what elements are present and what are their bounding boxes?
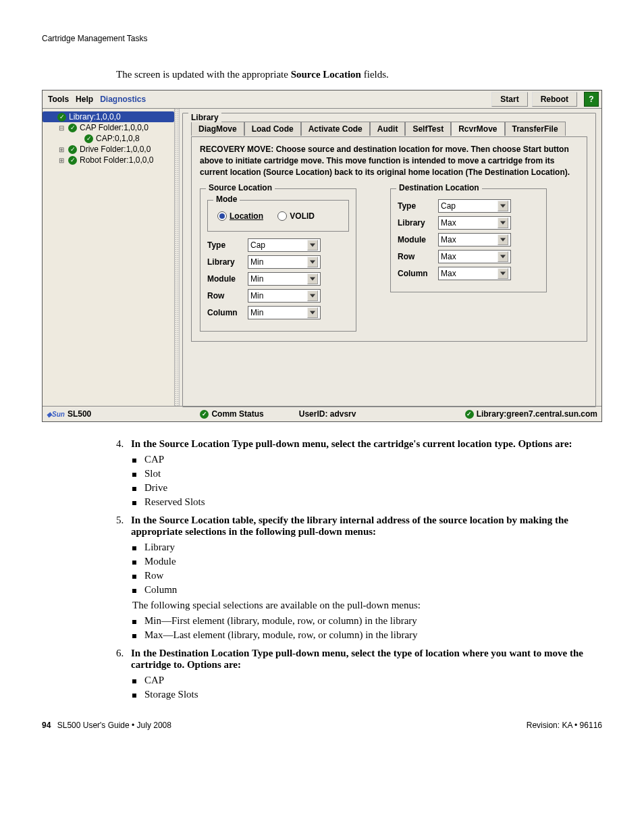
tree-label: CAP:0,1,0,8	[96, 134, 140, 143]
bullet-item: Max—Last element (library, module, row, …	[132, 629, 602, 641]
bullet-item: Module	[132, 556, 602, 567]
bullet-item: Slot	[132, 468, 602, 479]
tree-node[interactable]: ⊟ ✓ CAP Folder:1,0,0,0	[43, 122, 174, 133]
tree-node[interactable]: ⊞ ✓ Robot Folder:1,0,0,0	[43, 155, 174, 165]
dest-column-select[interactable]: Max	[438, 267, 511, 280]
tab-load-code[interactable]: Load Code	[244, 122, 301, 136]
source-module-select[interactable]: Min	[248, 272, 321, 286]
destination-legend: Destination Location	[396, 183, 482, 192]
chevron-down-icon[interactable]	[307, 290, 318, 301]
source-column-select[interactable]: Min	[248, 306, 321, 319]
tree-label: Robot Folder:1,0,0,0	[80, 155, 153, 165]
menu-help[interactable]: Help	[76, 95, 93, 104]
reboot-button[interactable]: Reboot	[532, 92, 577, 107]
tab-bar: DiagMoveLoad CodeActivate CodeAuditSelfT…	[191, 120, 587, 137]
step-number: 5.	[116, 515, 131, 538]
bullet-item: Column	[132, 584, 602, 596]
step-text: In the Source Location table, specify th…	[131, 515, 602, 538]
bullet-item: CAP	[132, 454, 602, 465]
chevron-down-icon[interactable]	[307, 240, 318, 251]
dest-module-label: Module	[398, 235, 433, 244]
tree-node[interactable]: ✓ CAP:0,1,0,8	[43, 133, 174, 144]
destination-location-group: Destination Location Type Cap Library Ma…	[390, 188, 547, 292]
instruction-text: RECOVERY MOVE: Choose source and destina…	[200, 144, 579, 178]
tab-activate-code[interactable]: Activate Code	[301, 122, 370, 136]
tab-audit[interactable]: Audit	[370, 122, 406, 136]
dest-row-select[interactable]: Max	[438, 250, 511, 263]
step: 6. In the Destination Location Type pull…	[116, 648, 602, 671]
check-icon: ✓	[465, 410, 474, 419]
chevron-down-icon[interactable]	[498, 201, 508, 211]
combo-value: Min	[250, 257, 263, 267]
main-panel: Library DiagMoveLoad CodeActivate CodeAu…	[180, 109, 601, 406]
tree-twist-icon[interactable]: ⊞	[57, 146, 65, 153]
source-type-label: Type	[207, 240, 242, 250]
dest-type-select[interactable]: Cap	[438, 199, 511, 213]
check-icon: ✓	[68, 124, 77, 132]
mode-group: Mode Location VOLID	[207, 200, 349, 232]
footer-revision: Revision: KA • 96116	[527, 721, 602, 730]
library-frame-legend: Library	[188, 113, 221, 122]
check-icon: ✓	[57, 113, 66, 122]
rcvrmove-panel: RECOVERY MOVE: Choose source and destina…	[191, 136, 587, 342]
source-location-group: Source Location Mode Location VOLID	[200, 188, 356, 332]
caption-bold: Source Location	[291, 69, 361, 80]
dest-library-select[interactable]: Max	[438, 216, 511, 230]
menu-tools[interactable]: Tools	[48, 95, 69, 104]
source-row-label: Row	[207, 291, 242, 301]
chevron-down-icon[interactable]	[498, 268, 508, 279]
chevron-down-icon[interactable]	[307, 273, 318, 284]
chevron-down-icon[interactable]	[498, 251, 508, 262]
tab-transferfile[interactable]: TransferFile	[505, 122, 566, 136]
comm-status: Comm Status	[211, 409, 263, 419]
combo-value: Max	[441, 269, 456, 278]
page-number: 94	[42, 721, 51, 730]
chevron-down-icon[interactable]	[498, 217, 508, 228]
sun-logo: ◆Sun	[47, 411, 65, 418]
sidebar-tree: ✓ Library:1,0,0,0⊟ ✓ CAP Folder:1,0,0,0 …	[43, 109, 175, 406]
start-button[interactable]: Start	[491, 92, 527, 107]
source-type-select[interactable]: Cap	[248, 238, 321, 252]
dest-column-label: Column	[398, 269, 433, 278]
source-library-select[interactable]: Min	[248, 255, 321, 269]
chevron-down-icon[interactable]	[498, 234, 508, 245]
check-icon: ✓	[84, 134, 93, 143]
chevron-down-icon[interactable]	[307, 257, 318, 267]
check-icon: ✓	[68, 156, 77, 165]
bullet-list: CAPSlotDriveReserved Slots	[132, 454, 602, 508]
tree-node[interactable]: ✓ Library:1,0,0,0	[43, 111, 174, 122]
tab-selftest[interactable]: SelfTest	[405, 122, 451, 136]
combo-value: Cap	[441, 201, 456, 211]
bullet-item: Min—First element (library, module, row,…	[132, 615, 602, 627]
step-text: In the Source Location Type pull-down me…	[131, 438, 602, 450]
source-row-select[interactable]: Min	[248, 289, 321, 303]
combo-value: Max	[441, 218, 456, 228]
step-number: 4.	[116, 438, 131, 450]
check-icon: ✓	[200, 410, 209, 419]
step-number: 6.	[116, 648, 131, 671]
source-library-label: Library	[207, 257, 242, 267]
status-bar: ◆Sun SL500 ✓ Comm Status UserID: advsrv …	[43, 406, 601, 421]
menu-bar: Tools Help Diagnostics	[43, 95, 151, 104]
menu-diagnostics[interactable]: Diagnostics	[100, 95, 146, 104]
tree-twist-icon[interactable]: ⊞	[57, 157, 65, 164]
bullet-item: CAP	[132, 675, 602, 686]
tree-twist-icon[interactable]: ⊟	[57, 124, 65, 132]
bullet-item: Drive	[132, 482, 602, 494]
chevron-down-icon[interactable]	[307, 307, 318, 318]
app-window: Tools Help Diagnostics Start Reboot ? ✓ …	[42, 90, 602, 422]
help-icon[interactable]: ?	[584, 92, 599, 107]
mode-location-radio[interactable]: Location	[217, 211, 263, 221]
user-id: UserID: advsrv	[299, 409, 356, 419]
tree-node[interactable]: ⊞ ✓ Drive Folder:1,0,0,0	[43, 144, 174, 155]
tab-rcvrmove[interactable]: RcvrMove	[451, 122, 504, 136]
tree-label: CAP Folder:1,0,0,0	[80, 123, 149, 132]
tree-label: Library:1,0,0,0	[69, 112, 121, 122]
combo-value: Max	[441, 252, 456, 261]
dest-module-select[interactable]: Max	[438, 233, 511, 246]
top-toolbar: Tools Help Diagnostics Start Reboot ?	[43, 90, 601, 109]
update-caption: The screen is updated with the appropria…	[116, 69, 602, 80]
split-handle[interactable]	[175, 109, 180, 406]
mode-volid-radio[interactable]: VOLID	[277, 211, 315, 221]
tab-diagmove[interactable]: DiagMove	[191, 122, 244, 136]
